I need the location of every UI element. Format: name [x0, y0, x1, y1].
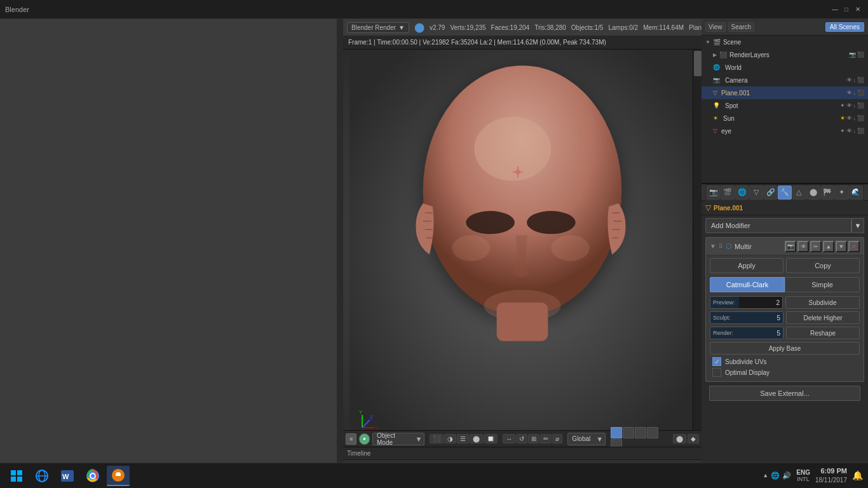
apply-base-btn[interactable]: Apply Base — [710, 342, 860, 355]
rotate-btn[interactable]: ↺ — [516, 434, 527, 444]
prop-tab-render[interactable]: 📷 — [707, 186, 720, 200]
prop-tab-physics[interactable]: 🌊 — [850, 186, 863, 200]
clock-date: 18/11/2017 — [815, 476, 847, 485]
prop-tab-material[interactable]: ⬤ — [806, 186, 820, 200]
apply-btn[interactable]: Apply — [710, 258, 783, 273]
volume-icon[interactable]: 🔊 — [782, 471, 791, 480]
outliner-search-btn[interactable]: Search — [728, 22, 755, 32]
viewport-extra-btn[interactable]: ◆ — [688, 434, 699, 444]
outliner-item-plane[interactable]: ▽ Plane.001 👁 ↓ ⬛ — [702, 86, 868, 99]
eye-vis-icon: 👁 — [846, 128, 852, 134]
overlay-btn[interactable]: ☰ — [457, 434, 469, 444]
render-btn[interactable]: ⬤ — [673, 434, 686, 444]
svg-rect-26 — [11, 470, 16, 475]
snap-btn[interactable]: 🔲 — [484, 434, 498, 444]
scene-selector[interactable]: All Scenes — [825, 22, 864, 32]
prop-tab-object[interactable]: ▽ — [749, 186, 763, 200]
layer-btn-1[interactable] — [611, 427, 622, 438]
shading-btn[interactable]: ◑ — [444, 434, 456, 444]
scrollbar-thumb-v[interactable] — [694, 51, 702, 76]
subdiv-camera-icon[interactable]: 📷 — [785, 241, 796, 252]
outliner-item-scene[interactable]: ▼ 🎬 Scene — [702, 36, 868, 48]
prop-tab-world[interactable]: 🌐 — [735, 186, 749, 200]
transform-space-selector[interactable]: Global ▼ — [567, 433, 606, 445]
subdiv-up-icon[interactable]: ▲ — [823, 241, 834, 252]
viewport-menu-btn[interactable]: ≡ — [346, 433, 356, 445]
maximize-button[interactable]: □ — [841, 4, 851, 15]
add-modifier-dropdown[interactable]: ▼ — [851, 218, 864, 233]
reshape-btn[interactable]: Reshape — [786, 327, 860, 339]
subdiv-eye-icon[interactable]: 👁 — [797, 241, 809, 252]
brush-btn[interactable]: ⌀ — [552, 434, 562, 444]
outliner-item-eye[interactable]: ▽ eye ✦ 👁 ↓ ⬛ — [702, 125, 868, 137]
catmull-clark-btn[interactable]: Catmull-Clark — [710, 277, 785, 292]
mem-text: Mem:114.64M — [643, 24, 684, 31]
mode-selector[interactable]: Object Mode ▼ — [372, 433, 424, 445]
camera-sel-icon: ↓ — [853, 77, 857, 83]
optimal-display-checkbox[interactable] — [712, 368, 721, 377]
delete-higher-btn[interactable]: Delete Higher — [786, 311, 860, 324]
outliner-view-btn[interactable]: View — [705, 22, 726, 32]
prop-tab-texture[interactable]: 🏁 — [821, 186, 834, 200]
outliner-item-camera[interactable]: 📷 Camera 👁 ↓ ⬛ — [702, 74, 868, 86]
word-app[interactable]: W — [56, 466, 79, 486]
prop-tab-particles[interactable]: ✦ — [835, 186, 848, 200]
subdiv-down-icon[interactable]: ▼ — [836, 241, 847, 252]
engine-selector[interactable]: Blender Render ▼ — [347, 22, 409, 33]
layer-btn-2[interactable] — [623, 427, 634, 438]
add-modifier-btn[interactable]: Add Modifier — [705, 218, 851, 233]
prop-btn[interactable]: ⬤ — [470, 434, 483, 444]
prop-tab-scene[interactable]: 🎬 — [721, 186, 734, 200]
subdiv-delete-icon[interactable]: ✕ — [848, 241, 860, 252]
outliner-item-world[interactable]: 🌐 World — [702, 61, 868, 74]
outliner-item-renderlayers[interactable]: ▶ ⬛ RenderLayers 📷 ⬛ — [702, 48, 868, 61]
svg-rect-28 — [11, 477, 16, 482]
language-indicator[interactable]: ENG INTL — [796, 469, 810, 482]
plane-render-icon: ⬛ — [857, 90, 864, 96]
prop-tab-data[interactable]: △ — [792, 186, 806, 200]
network-icon[interactable]: 🌐 — [771, 471, 780, 480]
viewport-3d[interactable]: X Y Z (1) Plane.001 — [343, 50, 702, 447]
layer-btn-4[interactable] — [647, 427, 658, 438]
subdiv-edit-icon[interactable]: ✏ — [810, 241, 822, 252]
minimize-button[interactable]: — — [830, 4, 840, 15]
preview-input[interactable]: Preview: 2 — [710, 296, 783, 309]
chrome-app[interactable] — [81, 466, 104, 486]
viewport-mode-icon[interactable]: ● — [359, 433, 370, 445]
simple-btn[interactable]: Simple — [785, 277, 860, 292]
notification-btn[interactable]: 🔔 — [852, 470, 863, 480]
transform-tools: ↔ ↺ ⊞ ✏ ⌀ — [503, 434, 562, 444]
clock-time: 6:09 PM — [815, 466, 847, 476]
outliner-item-sun[interactable]: ☀ Sun ☀ 👁 ↓ ⬛ — [702, 112, 868, 125]
start-button[interactable] — [5, 466, 28, 486]
subdivide-btn[interactable]: Subdivide — [785, 296, 860, 309]
close-button[interactable]: ✕ — [853, 4, 863, 15]
transform-btn[interactable]: ↔ — [503, 434, 515, 444]
properties-header: 📷 🎬 🌐 ▽ 🔗 🔧 △ ⬤ 🏁 ✦ 🌊 — [702, 184, 868, 201]
subdiv-collapse-icon[interactable]: ▼ — [710, 243, 716, 250]
ie-app[interactable] — [31, 466, 53, 486]
scale-btn[interactable]: ⊞ — [528, 434, 539, 444]
view-btn[interactable]: ⬛ — [430, 434, 444, 444]
chrome-icon — [85, 468, 100, 484]
subdivide-uvs-checkbox[interactable]: ✓ — [712, 357, 721, 366]
render-input[interactable]: Render: 5 — [710, 327, 783, 339]
layer-btn-3[interactable] — [635, 427, 646, 438]
subdiv-drag-icon[interactable]: ⠿ — [719, 243, 723, 250]
outliner-item-spot[interactable]: 💡 Spot ✦ 👁 ↓ ⬛ — [702, 99, 868, 112]
verts-text: Verts:19,235 — [450, 24, 485, 31]
camera-vis-icon: 👁 — [846, 77, 852, 83]
clock[interactable]: 6:09 PM 18/11/2017 — [815, 466, 847, 485]
save-external-btn[interactable]: Save External... — [709, 386, 860, 401]
status-bar: Frame:1 | Time:00:00.50 | Ve:21982 Fa:35… — [343, 36, 702, 50]
prop-tab-constraints[interactable]: 🔗 — [764, 186, 777, 200]
copy-btn[interactable]: Copy — [786, 258, 860, 273]
sculpt-input[interactable]: Sculpt: 5 — [710, 311, 783, 324]
blender-app[interactable] — [107, 466, 130, 486]
tray-expand-icon[interactable]: ▲ — [763, 472, 768, 478]
properties-content: Add Modifier ▼ ▼ ⠿ ⬡ Multir 📷 👁 ✏ ▲ — [702, 215, 868, 488]
left-panel-resize-handle[interactable] — [337, 19, 343, 488]
extra-tools-btn[interactable]: ✏ — [540, 434, 552, 444]
viewport-scrollbar-v[interactable] — [693, 50, 702, 447]
prop-tab-modifiers[interactable]: 🔧 — [778, 186, 791, 200]
